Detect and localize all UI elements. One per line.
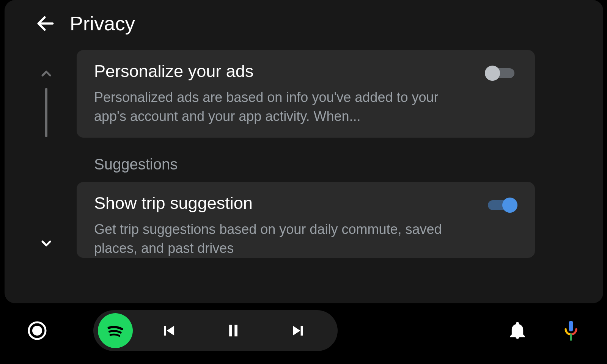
chevron-down-icon[interactable] <box>39 236 54 251</box>
chevron-up-icon[interactable] <box>39 66 54 81</box>
header: Privacy <box>5 0 603 50</box>
next-track-icon[interactable] <box>269 321 326 340</box>
svg-rect-2 <box>569 321 573 331</box>
page-title: Privacy <box>70 12 135 35</box>
previous-track-icon[interactable] <box>140 321 197 340</box>
pause-icon[interactable] <box>205 321 262 340</box>
home-button[interactable] <box>27 320 48 341</box>
settings-panel: Privacy Personalize your ads Personalize… <box>5 0 603 303</box>
setting-description: Get trip suggestions based on your daily… <box>94 220 473 258</box>
setting-title: Personalize your ads <box>94 61 473 81</box>
spotify-icon[interactable] <box>98 313 133 348</box>
bottom-bar <box>0 304 607 357</box>
assistant-mic-icon[interactable] <box>561 320 580 341</box>
media-controls <box>93 310 338 351</box>
section-label-suggestions: Suggestions <box>94 156 535 173</box>
setting-personalize-ads[interactable]: Personalize your ads Personalized ads ar… <box>77 50 535 138</box>
toggle-personalize-ads[interactable] <box>485 64 517 82</box>
svg-point-1 <box>32 326 42 336</box>
scroll-indicator <box>27 50 65 293</box>
setting-title: Show trip suggestion <box>94 193 473 213</box>
scroll-track[interactable] <box>45 88 47 137</box>
setting-description: Personalized ads are based on info you'v… <box>94 88 473 126</box>
toggle-show-trip-suggestion[interactable] <box>485 196 517 214</box>
setting-show-trip-suggestion[interactable]: Show trip suggestion Get trip suggestion… <box>77 182 535 258</box>
back-icon[interactable] <box>35 13 56 34</box>
notifications-icon[interactable] <box>508 321 527 340</box>
